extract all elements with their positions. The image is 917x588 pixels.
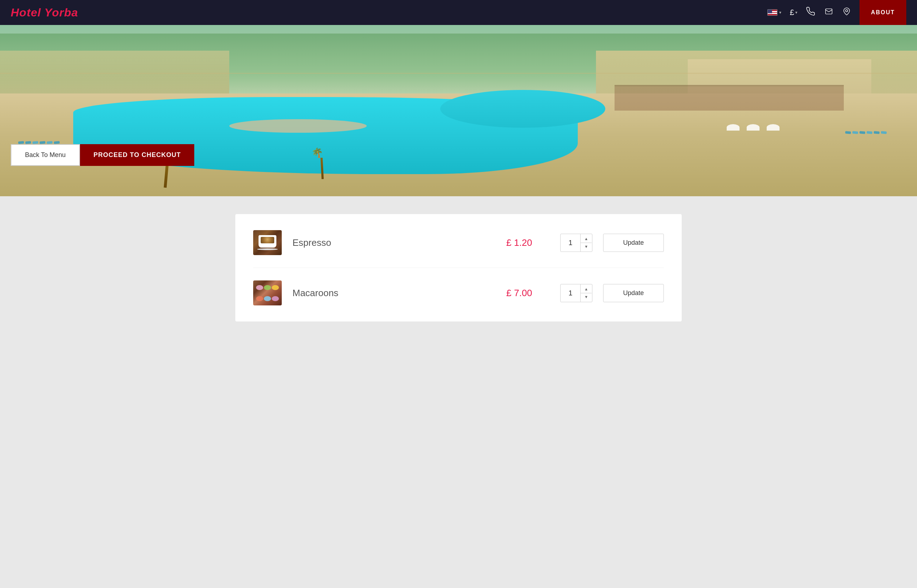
currency-dropdown-arrow: ▾ — [795, 10, 797, 15]
hero-section: 🌴 🌴 Back To Menu PROCEED TO CHECKOUT — [0, 25, 917, 196]
currency-selector[interactable]: £ ▾ — [790, 8, 797, 17]
espresso-price: £ 1.20 — [489, 237, 549, 248]
location-icon[interactable] — [842, 6, 851, 19]
espresso-qty-down[interactable]: ▼ — [581, 243, 592, 250]
cart-item-macaroons: Macaroons £ 7.00 1 ▲ ▼ Update — [253, 268, 664, 318]
macaroons-name: Macaroons — [292, 288, 478, 299]
cart-container: Espresso £ 1.20 1 ▲ ▼ Update — [235, 214, 682, 321]
logo[interactable]: Hotel Yorba — [11, 6, 78, 19]
language-dropdown-arrow: ▾ — [779, 10, 781, 15]
phone-icon[interactable] — [806, 7, 815, 18]
espresso-image — [253, 230, 282, 255]
cart-section: Espresso £ 1.20 1 ▲ ▼ Update — [0, 196, 917, 343]
macaroons-update-button[interactable]: Update — [603, 284, 664, 302]
proceed-to-checkout-button[interactable]: PROCEED TO CHECKOUT — [80, 144, 194, 166]
flag-icon — [767, 9, 778, 16]
macaroons-qty-down[interactable]: ▼ — [581, 293, 592, 301]
espresso-quantity-stepper[interactable]: 1 ▲ ▼ — [560, 234, 592, 252]
svg-rect-0 — [826, 9, 832, 14]
header-controls: ▾ £ ▾ ABOUT — [767, 0, 906, 25]
cart-item-espresso: Espresso £ 1.20 1 ▲ ▼ Update — [253, 218, 664, 268]
espresso-update-button[interactable]: Update — [603, 234, 664, 252]
macaroons-qty-value: 1 — [561, 284, 581, 302]
macaroons-qty-controls: ▲ ▼ — [581, 286, 592, 301]
svg-point-1 — [846, 10, 848, 12]
macaroons-price: £ 7.00 — [489, 288, 549, 299]
macaroons-image — [253, 280, 282, 305]
about-button[interactable]: ABOUT — [860, 0, 906, 25]
espresso-name: Espresso — [292, 237, 478, 248]
header: Hotel Yorba ▾ £ ▾ — [0, 0, 917, 25]
mail-icon[interactable] — [824, 8, 834, 18]
currency-symbol: £ — [790, 8, 794, 17]
language-selector[interactable]: ▾ — [767, 9, 781, 16]
espresso-qty-value: 1 — [561, 234, 581, 252]
hero-buttons: Back To Menu PROCEED TO CHECKOUT — [11, 144, 194, 166]
macaroons-qty-up[interactable]: ▲ — [581, 286, 592, 293]
espresso-qty-up[interactable]: ▲ — [581, 235, 592, 243]
hero-background: 🌴 🌴 — [0, 25, 917, 196]
back-to-menu-button[interactable]: Back To Menu — [11, 144, 80, 166]
macaroons-quantity-stepper[interactable]: 1 ▲ ▼ — [560, 284, 592, 302]
espresso-qty-controls: ▲ ▼ — [581, 235, 592, 250]
